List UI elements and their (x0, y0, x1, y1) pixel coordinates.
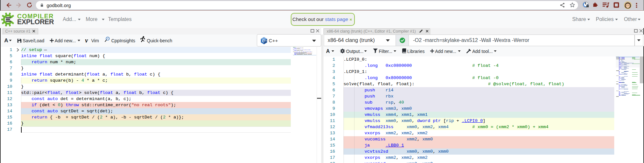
svg-text:++: ++ (264, 40, 267, 42)
